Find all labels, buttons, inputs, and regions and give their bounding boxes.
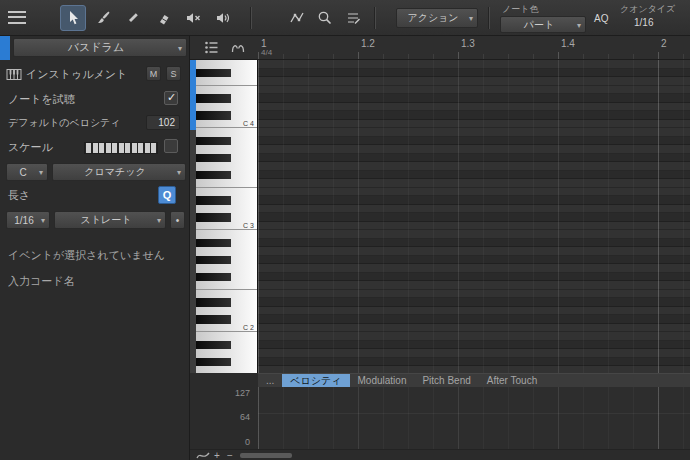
track-selector-dropdown[interactable]: バスドラム: [13, 38, 187, 57]
key-dropdown[interactable]: C: [6, 163, 48, 181]
grid-row[interactable]: [258, 120, 690, 129]
tab-Modulation[interactable]: Modulation: [350, 374, 415, 387]
grid-row[interactable]: [258, 171, 690, 180]
grid-row[interactable]: [258, 349, 690, 358]
grid-row[interactable]: [258, 324, 690, 333]
grid-row[interactable]: [258, 188, 690, 197]
white-key[interactable]: [196, 162, 257, 171]
white-key[interactable]: [196, 332, 257, 341]
velocity-lane[interactable]: [258, 387, 690, 449]
zoom-in-icon[interactable]: [214, 450, 220, 460]
white-key[interactable]: [196, 264, 257, 273]
grid-row[interactable]: [258, 273, 690, 282]
note-grid[interactable]: [258, 60, 690, 373]
black-key[interactable]: [196, 273, 257, 282]
white-key[interactable]: [196, 307, 257, 316]
dotted-note-button[interactable]: •: [170, 211, 185, 229]
pattern-tool-button[interactable]: [340, 5, 366, 31]
grid-row[interactable]: [258, 179, 690, 188]
black-key[interactable]: [196, 171, 257, 180]
tab-more[interactable]: ...: [258, 374, 282, 387]
white-key[interactable]: [196, 205, 257, 214]
white-key[interactable]: [196, 230, 257, 239]
tab-ベロシティ[interactable]: ベロシティ: [282, 374, 349, 387]
eraser-tool-button[interactable]: [150, 5, 176, 31]
white-key[interactable]: [196, 188, 257, 197]
swing-dropdown[interactable]: ストレート: [54, 211, 166, 229]
white-key[interactable]: C 2: [196, 324, 257, 333]
length-quantize-button[interactable]: Q: [158, 186, 176, 204]
white-key[interactable]: [196, 145, 257, 154]
white-key[interactable]: [196, 128, 257, 137]
white-key[interactable]: C 4: [196, 120, 257, 129]
grid-row[interactable]: [258, 69, 690, 78]
white-key[interactable]: [196, 103, 257, 112]
grid-row[interactable]: [258, 94, 690, 103]
grid-row[interactable]: [258, 281, 690, 290]
white-key[interactable]: C 3: [196, 222, 257, 231]
grid-row[interactable]: [258, 196, 690, 205]
listen-tool-button[interactable]: [210, 5, 236, 31]
solo-button[interactable]: S: [166, 66, 181, 81]
length-value-dropdown[interactable]: 1/16: [6, 211, 50, 229]
grid-row[interactable]: [258, 86, 690, 95]
mute-tool-button[interactable]: [180, 5, 206, 31]
mute-button[interactable]: M: [146, 66, 161, 81]
scale-type-dropdown[interactable]: クロマチック: [52, 163, 186, 181]
white-key[interactable]: [196, 247, 257, 256]
black-key[interactable]: [196, 69, 257, 78]
menu-icon[interactable]: [8, 11, 26, 24]
black-key[interactable]: [196, 256, 257, 265]
arrow-tool-button[interactable]: [60, 5, 86, 31]
note-color-dropdown[interactable]: パート: [500, 16, 586, 33]
action-dropdown[interactable]: アクション: [396, 8, 478, 28]
black-key[interactable]: [196, 213, 257, 222]
black-key[interactable]: [196, 111, 257, 120]
audition-checkbox[interactable]: [164, 91, 178, 105]
grid-row[interactable]: [258, 162, 690, 171]
grid-row[interactable]: [258, 205, 690, 214]
grid-row[interactable]: [258, 239, 690, 248]
note-list-icon[interactable]: [204, 40, 220, 55]
grid-row[interactable]: [258, 315, 690, 324]
white-key[interactable]: [196, 86, 257, 95]
grid-row[interactable]: [258, 230, 690, 239]
grid-row[interactable]: [258, 307, 690, 316]
white-key[interactable]: [196, 349, 257, 358]
black-key[interactable]: [196, 154, 257, 163]
horizontal-scrollbar[interactable]: [240, 453, 292, 458]
white-key[interactable]: [196, 290, 257, 299]
tab-Pitch Bend[interactable]: Pitch Bend: [414, 374, 478, 387]
zoom-out-icon[interactable]: [227, 450, 233, 460]
grid-row[interactable]: [258, 137, 690, 146]
grid-row[interactable]: [258, 222, 690, 231]
grid-row[interactable]: [258, 264, 690, 273]
audition-horns-icon[interactable]: [230, 40, 246, 55]
black-key[interactable]: [196, 315, 257, 324]
grid-row[interactable]: [258, 103, 690, 112]
grid-row[interactable]: [258, 256, 690, 265]
grid-row[interactable]: [258, 247, 690, 256]
grid-row[interactable]: [258, 111, 690, 120]
grid-row[interactable]: [258, 341, 690, 350]
black-key[interactable]: [196, 358, 257, 367]
paint-tool-button[interactable]: [90, 5, 116, 31]
black-key[interactable]: [196, 341, 257, 350]
grid-row[interactable]: [258, 366, 690, 373]
tab-After Touch[interactable]: After Touch: [479, 374, 545, 387]
grid-row[interactable]: [258, 154, 690, 163]
grid-row[interactable]: [258, 60, 690, 69]
white-key[interactable]: [196, 60, 257, 69]
black-key[interactable]: [196, 137, 257, 146]
scale-checkbox[interactable]: [164, 139, 178, 153]
black-key[interactable]: [196, 196, 257, 205]
grid-row[interactable]: [258, 77, 690, 86]
aq-toggle[interactable]: AQ: [594, 13, 608, 24]
grid-row[interactable]: [258, 358, 690, 367]
grid-row[interactable]: [258, 145, 690, 154]
default-velocity-field[interactable]: 102: [146, 115, 180, 130]
grid-row[interactable]: [258, 128, 690, 137]
transform-tool-button[interactable]: [284, 5, 310, 31]
black-key[interactable]: [196, 298, 257, 307]
curve-tool-icon[interactable]: [196, 450, 210, 460]
